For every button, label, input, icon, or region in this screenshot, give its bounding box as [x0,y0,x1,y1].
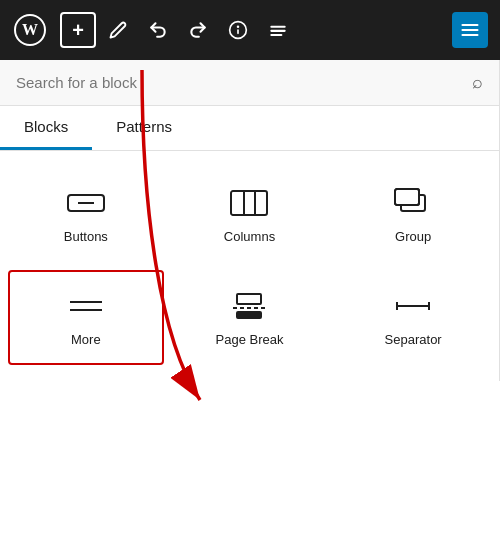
search-input[interactable] [16,74,472,91]
undo-icon [148,20,168,40]
search-icon: ⌕ [472,72,483,93]
info-icon [228,20,248,40]
svg-rect-13 [231,191,267,215]
page-break-icon [225,288,273,324]
block-item-buttons[interactable]: Buttons [8,167,164,262]
list-view-button[interactable] [452,12,488,48]
tab-patterns[interactable]: Patterns [92,106,196,150]
block-label-buttons: Buttons [64,229,108,244]
block-item-group[interactable]: Group [335,167,491,262]
plus-icon: + [72,19,84,42]
tabs: Blocks Patterns [0,106,499,151]
menu-button[interactable] [260,12,296,48]
block-label-group: Group [395,229,431,244]
toolbar: W + [0,0,500,60]
blocks-grid: Buttons Columns Group [0,151,499,381]
block-item-more[interactable]: More [8,270,164,365]
edit-button[interactable] [100,12,136,48]
svg-rect-23 [237,312,261,318]
group-icon [389,185,437,221]
redo-icon [188,20,208,40]
columns-icon [225,185,273,221]
tab-blocks[interactable]: Blocks [0,106,92,150]
block-label-columns: Columns [224,229,275,244]
block-label-separator: Separator [385,332,442,347]
block-item-columns[interactable]: Columns [172,167,328,262]
block-label-more: More [71,332,101,347]
block-inserter-panel: ⌕ Blocks Patterns Buttons [0,60,500,381]
buttons-icon [62,185,110,221]
block-item-separator[interactable]: Separator [335,270,491,365]
undo-button[interactable] [140,12,176,48]
more-icon [62,288,110,324]
block-label-page-break: Page Break [216,332,284,347]
svg-rect-17 [395,189,419,205]
menu-icon [268,20,288,40]
separator-icon [389,288,437,324]
pencil-icon [109,21,127,39]
info-button[interactable] [220,12,256,48]
block-item-page-break[interactable]: Page Break [172,270,328,365]
svg-text:W: W [22,21,38,38]
list-view-icon [460,20,480,40]
redo-button[interactable] [180,12,216,48]
search-bar: ⌕ [0,60,499,106]
wp-logo[interactable]: W [12,12,48,48]
add-block-button[interactable]: + [60,12,96,48]
svg-rect-21 [237,294,261,304]
